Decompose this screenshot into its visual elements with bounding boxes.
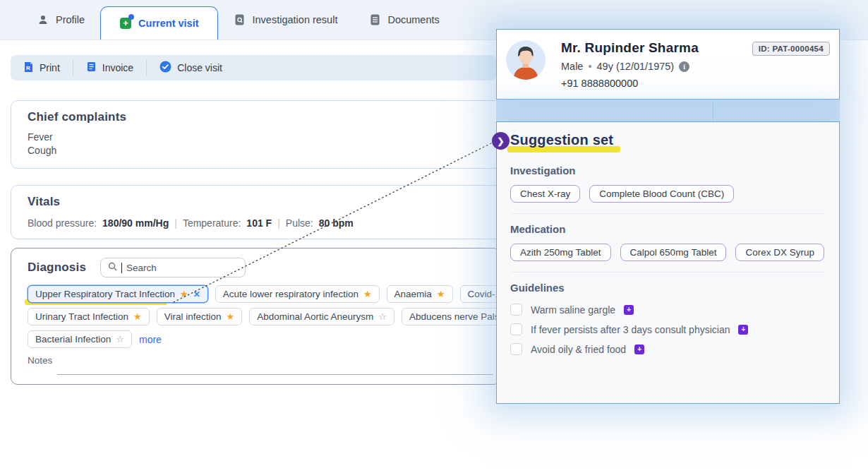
investigation-pill[interactable]: Complete Blood Count (CBC) [589,185,734,203]
chevron-right-icon: ❯ [497,136,504,146]
medication-pill[interactable]: Azith 250mg Tablet [510,244,611,261]
patient-id-badge: ID: PAT-0000454 [752,42,830,56]
patient-age-dob: 49y (12/01/1975) [597,61,675,72]
temperature-label: Temperature: [183,217,241,229]
document-icon [368,13,381,26]
print-label: Print [40,62,60,73]
notification-dot [128,14,134,20]
investigation-section-title: Investigation [510,164,839,176]
medication-pill[interactable]: Corex DX Syrup [735,244,824,261]
tag-label: Anaemia [394,289,432,299]
document-search-icon [234,13,246,26]
guidelines-section-title: Guidelines [510,282,839,294]
notes-input[interactable] [57,366,493,375]
plus-square-icon: + [119,17,132,30]
tab-investigation-result[interactable]: Investigation result [218,0,354,40]
guideline-checkbox[interactable] [510,304,522,316]
tag-label: Bacterial Infection [35,334,111,345]
star-icon[interactable]: ★ [180,289,188,299]
diagnosis-tag[interactable]: Viral infection ★ [157,308,242,325]
patient-avatar [506,40,545,80]
complaint-item: Cough [28,144,500,157]
check-circle-icon [159,61,171,75]
diagnosis-search-input[interactable]: Search [100,258,246,277]
investigation-pill[interactable]: Chest X-ray [510,185,580,203]
diagnosis-tag[interactable]: Urinary Tract Infection ★ [28,308,150,325]
pulse-value: 80 bpm [319,217,354,229]
diagnosis-tag[interactable]: Abdominal Aortic Aneurysm ☆ [249,308,394,325]
notes-label: Notes [28,355,500,366]
diagnosis-tag[interactable]: Bacterial Infection ☆ [28,330,132,348]
guideline-text: Avoid oily & fried food [531,344,626,355]
print-button[interactable]: R Print [11,55,73,80]
vitals-title: Vitals [28,195,500,209]
diagnosis-tag[interactable]: Anaemia ★ [387,285,453,303]
vitals-row: Blood pressure: 180/90 mm/Hg | Temperatu… [28,217,500,229]
guidelines-list: Warm saline gargle + If fever persists a… [510,304,839,355]
star-icon[interactable]: ★ [437,289,445,299]
invoice-icon [86,61,97,74]
guideline-text: If fever persists after 3 days consult p… [531,324,730,335]
svg-text:R: R [26,65,30,71]
tab-label: Profile [56,14,85,25]
tab-label: Current visit [138,18,198,29]
more-diagnoses-link[interactable]: more [139,334,162,345]
add-guideline-icon[interactable]: + [738,325,748,335]
collapse-panel-button[interactable]: ❯ [492,132,510,150]
diagnosis-tag[interactable]: Abducens nerve Palsy ☆ [402,308,501,325]
patient-name: Mr. Rupinder Sharma [561,40,699,56]
medication-section-title: Medication [510,223,839,235]
person-icon [37,13,49,26]
guideline-checkbox[interactable] [510,343,522,355]
star-outline-icon[interactable]: ☆ [116,335,124,344]
add-guideline-icon[interactable]: + [634,345,644,354]
investigation-pills: Chest X-ray Complete Blood Count (CBC) [510,185,839,203]
medication-pill[interactable]: Calpol 650mg Tablet [620,244,727,261]
suggestion-set-panel: Suggestion set Investigation Chest X-ray… [496,121,840,404]
complaint-item: Fever [28,131,500,144]
backdrop-divider [713,100,713,121]
medication-pills: Azith 250mg Tablet Calpol 650mg Tablet C… [510,244,839,261]
current-visit-page: Profile + Current visit Investigation re… [0,0,868,473]
close-visit-button[interactable]: Close visit [147,55,235,80]
tab-label: Documents [387,14,439,25]
pulse-label: Pulse: [286,217,313,229]
temperature-value: 101 F [246,217,272,229]
chief-complaints-card: Chief complaints Fever Cough [11,100,501,169]
diagnosis-tag[interactable]: Acute lower respiratory infection ★ [215,285,380,303]
tag-label: Upper Respiratory Tract Infection [35,289,175,299]
tab-profile[interactable]: Profile [21,0,100,40]
patient-phone: +91 8888800000 [561,78,699,89]
visit-toolbar: R Print Invoice Close visit [11,55,496,80]
patient-gender: Male [561,61,583,72]
invoice-label: Invoice [102,62,133,73]
section-divider [510,272,826,273]
star-icon[interactable]: ★ [363,289,372,299]
star-icon[interactable]: ★ [227,312,235,321]
star-outline-icon[interactable]: ☆ [378,312,387,321]
guideline-item: Avoid oily & fried food + [510,343,839,355]
panel-gap-backdrop [496,100,840,121]
add-guideline-icon[interactable]: + [624,305,634,315]
chief-complaints-title: Chief complaints [28,110,500,124]
info-icon[interactable]: i [679,61,689,72]
vitals-card: Vitals Blood pressure: 180/90 mm/Hg | Te… [11,185,501,239]
diagnosis-tag-selected[interactable]: Upper Respiratory Tract Infection ★ ✕ [28,285,208,303]
patient-meta: Male • 49y (12/01/1975) i [561,61,699,72]
tag-label: Acute lower respiratory infection [223,289,358,299]
tag-label: Abdominal Aortic Aneurysm [257,311,373,322]
tag-label: Urinary Tract Infection [35,311,128,322]
tab-documents[interactable]: Documents [353,0,454,40]
diagnosis-tag[interactable]: Covid-19 ★ [460,285,501,303]
search-icon [108,261,117,274]
diagnosis-card: Diagnosis Search Upper Respiratory Tract… [11,248,501,385]
remove-tag-icon[interactable]: ✕ [193,289,200,299]
diagnosis-tag-row: Urinary Tract Infection ★ Viral infectio… [28,308,500,325]
search-placeholder: Search [126,263,157,273]
tab-current-visit[interactable]: + Current visit [100,6,217,40]
invoice-button[interactable]: Invoice [73,55,146,80]
close-visit-label: Close visit [177,62,222,73]
star-icon[interactable]: ★ [133,312,142,321]
text-caret [121,263,122,273]
guideline-checkbox[interactable] [510,323,522,335]
